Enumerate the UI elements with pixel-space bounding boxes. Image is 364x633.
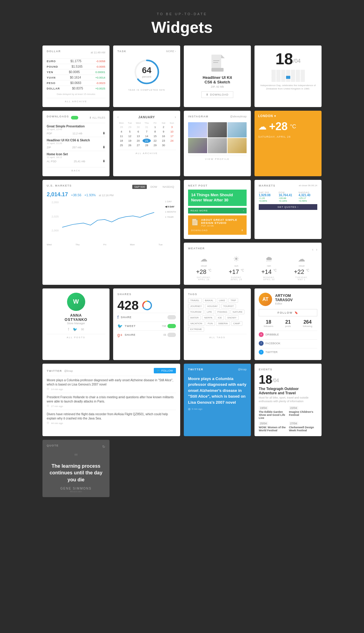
cal-day[interactable]: 30 bbox=[160, 143, 168, 147]
twitter-follow-button[interactable]: 🐦 FOLLOW bbox=[154, 368, 176, 373]
instagram-handle[interactable]: @alexeyknap bbox=[230, 115, 247, 120]
cal-day[interactable]: 29 bbox=[151, 143, 159, 147]
cal-day[interactable]: 5 bbox=[126, 130, 134, 134]
tag-item[interactable]: BAIKAL bbox=[203, 298, 216, 303]
tab-sp500[interactable]: S&P:500 bbox=[132, 185, 147, 189]
cal-day[interactable]: 2 bbox=[160, 125, 168, 129]
cal-day[interactable]: 17 bbox=[168, 134, 176, 138]
facebook-link[interactable]: f bbox=[68, 327, 69, 332]
mail-link[interactable]: ✉ bbox=[81, 327, 84, 332]
tag-item[interactable]: HOLIDAY bbox=[205, 304, 220, 308]
read-more-button[interactable]: READ MORE › bbox=[188, 208, 247, 214]
insta-photo-6[interactable] bbox=[228, 138, 247, 153]
insta-photo-2[interactable] bbox=[208, 122, 227, 137]
cal-day[interactable]: 18 bbox=[117, 139, 126, 143]
insta-photo-3[interactable] bbox=[228, 122, 247, 137]
cal-day[interactable]: 25 bbox=[117, 143, 126, 147]
cal-day[interactable]: 16 bbox=[160, 134, 168, 138]
cal-day[interactable]: 8 bbox=[151, 130, 159, 134]
cal-day[interactable]: 26 bbox=[126, 143, 134, 147]
cal-day[interactable] bbox=[168, 143, 176, 147]
cal-prev[interactable]: ‹ bbox=[117, 115, 119, 119]
cal-day[interactable]: 27 bbox=[134, 143, 142, 147]
tag-item[interactable]: FUN bbox=[206, 321, 215, 326]
cal-day[interactable]: 1 bbox=[151, 125, 159, 129]
tab-nasdaq[interactable]: NASDAQ bbox=[161, 185, 176, 189]
twitter-link2[interactable]: t TWITTER bbox=[259, 348, 317, 356]
tag-item[interactable]: NATURE bbox=[231, 310, 244, 314]
download-item-icon[interactable]: ⬇ bbox=[103, 145, 105, 149]
cal-day[interactable]: 15 bbox=[151, 134, 159, 138]
cal-day[interactable]: 11 bbox=[117, 134, 126, 138]
presentation-download-label[interactable]: DOWNLOAD bbox=[191, 229, 208, 232]
cal-day[interactable]: 23 bbox=[160, 139, 168, 143]
instagram-view-profile[interactable]: VIEW PROFILE bbox=[188, 156, 247, 160]
download-item-icon[interactable]: ⬇ bbox=[103, 131, 105, 135]
cal-day[interactable]: 24 bbox=[168, 139, 176, 143]
tag-item[interactable]: LIFE bbox=[205, 310, 214, 314]
cal-day[interactable]: 28 bbox=[117, 125, 126, 129]
get-quotes-button[interactable]: GET QUOTES › bbox=[259, 204, 317, 210]
insta-photo-4[interactable] bbox=[188, 138, 207, 153]
range-1year[interactable]: 1 YEAR bbox=[165, 216, 176, 218]
twitter-toggle[interactable] bbox=[167, 324, 176, 328]
follow-button[interactable]: FOLLOW 🔖 bbox=[259, 309, 317, 316]
cal-day[interactable]: 12 bbox=[126, 134, 134, 138]
cal-day[interactable]: 28 bbox=[143, 143, 151, 147]
tag-item[interactable]: SIBERIA bbox=[216, 321, 230, 326]
tag-item[interactable]: TOURISM bbox=[188, 310, 204, 314]
cal-day[interactable]: 13 bbox=[134, 134, 142, 138]
cal-day[interactable]: 19 bbox=[126, 139, 134, 143]
downloads-toggle[interactable] bbox=[71, 116, 78, 120]
range-1month[interactable]: 1 MONTH bbox=[165, 210, 176, 213]
tag-item[interactable]: FISHING bbox=[215, 310, 229, 314]
tag-item[interactable]: VACATION bbox=[188, 321, 204, 326]
tag-item[interactable]: EXTREME bbox=[188, 327, 204, 332]
cal-day[interactable]: 22 bbox=[151, 139, 159, 143]
all-tags-link[interactable]: ALL TAGS bbox=[188, 334, 247, 339]
currency-archive[interactable]: ALL ARCHIVE bbox=[47, 98, 105, 103]
weather-next[interactable]: › bbox=[316, 247, 317, 252]
cal-day[interactable]: 30 bbox=[134, 125, 142, 129]
cal-day[interactable]: 6 bbox=[134, 130, 142, 134]
cal-day[interactable]: 3 bbox=[168, 125, 176, 129]
task-more[interactable]: MORE › bbox=[166, 50, 176, 55]
cal-day[interactable]: 21 bbox=[143, 139, 151, 143]
refresh-icon[interactable]: ↻ bbox=[102, 445, 105, 449]
tag-item[interactable]: NERPA bbox=[202, 315, 214, 320]
range-1day[interactable]: 1 DAY bbox=[165, 200, 176, 203]
facebook-toggle[interactable] bbox=[167, 315, 176, 319]
gplus-toggle[interactable] bbox=[167, 333, 176, 337]
tag-item[interactable]: LAKE bbox=[217, 298, 227, 303]
tag-item[interactable]: SNOWY bbox=[225, 315, 238, 320]
tag-item[interactable]: ICE bbox=[216, 315, 224, 320]
dribbble-link[interactable]: d DRIBBBLE bbox=[259, 331, 317, 338]
weather-prev[interactable]: ‹ bbox=[312, 247, 313, 252]
all-posts-link[interactable]: ALL POSTS bbox=[47, 334, 105, 339]
range-5day[interactable]: ◀ 5 DAY bbox=[165, 205, 176, 208]
cal-day[interactable]: 4 bbox=[117, 130, 126, 134]
facebook-link2[interactable]: f FACEBOOK bbox=[259, 339, 317, 347]
cal-day[interactable]: 31 bbox=[143, 125, 151, 129]
cal-archive[interactable]: ALL ARCHIVE bbox=[117, 150, 176, 155]
downloads-back[interactable]: BACK bbox=[47, 167, 105, 172]
tag-item[interactable]: TRIP bbox=[228, 298, 238, 303]
download-button[interactable]: ⬇ DOWNLOAD bbox=[201, 91, 233, 98]
download-item-icon[interactable]: ⬇ bbox=[103, 159, 105, 163]
tag-item[interactable]: WATER bbox=[188, 315, 201, 320]
cal-day[interactable]: 14 bbox=[143, 134, 151, 138]
cal-next[interactable]: › bbox=[175, 115, 176, 119]
tag-item[interactable]: TOURIST bbox=[221, 304, 236, 308]
insta-photo-5[interactable] bbox=[208, 138, 227, 153]
downloads-all-files[interactable]: ⬇ ALL FILES bbox=[89, 116, 105, 119]
cal-day[interactable]: 29 bbox=[126, 125, 134, 129]
twitter-link[interactable]: 🐦 bbox=[73, 327, 77, 332]
tag-item[interactable]: JOURNEY bbox=[188, 304, 204, 308]
insta-photo-1[interactable] bbox=[188, 122, 207, 137]
tag-item[interactable]: CAMP bbox=[231, 321, 242, 326]
tab-dow[interactable]: DOW bbox=[149, 185, 159, 189]
tag-item[interactable]: TRAVEL bbox=[188, 298, 202, 303]
cal-day[interactable]: 20 bbox=[134, 139, 142, 143]
cal-day[interactable]: 9 bbox=[160, 130, 168, 134]
cal-day[interactable]: 10 bbox=[168, 130, 176, 134]
